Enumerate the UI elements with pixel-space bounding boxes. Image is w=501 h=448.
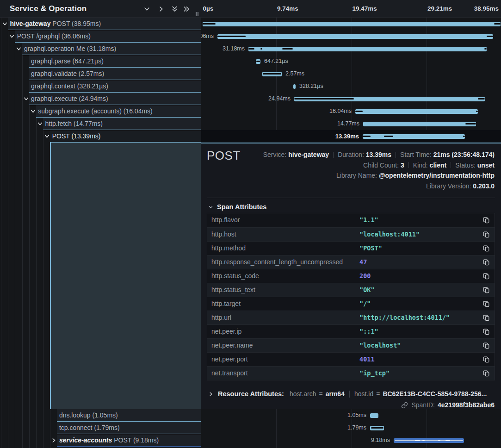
span-bar-row[interactable]: 9.18ms	[201, 434, 501, 447]
span-tree-row[interactable]: POST /graphql (36.06ms)	[0, 30, 201, 43]
resource-attributes-row[interactable]: Resource Attributes:host.arch=arm64host.…	[208, 389, 499, 399]
span-duration-bar[interactable]	[217, 34, 493, 39]
span-bar-row[interactable]: 24.94ms	[201, 93, 501, 105]
copy-icon[interactable]	[483, 328, 490, 336]
resource-equals: =	[319, 390, 322, 398]
span-bar-row[interactable]: 2.57ms	[201, 68, 501, 80]
span-detail-meta-line: Service: hive-gatewayDuration: 13.39msSt…	[235, 149, 495, 160]
span-duration-label: 31.18ms	[223, 43, 245, 55]
critical-path-segment	[248, 48, 254, 50]
span-operation-name: POST (9.18ms)	[114, 436, 159, 444]
copy-icon[interactable]	[483, 300, 490, 308]
copy-icon[interactable]	[483, 370, 490, 377]
span-tree-row[interactable]: subgraph.execute (accounts) (16.04ms)	[0, 105, 201, 118]
timeline-tick-label: 29.21ms	[427, 0, 452, 17]
span-tree-row[interactable]: http.fetch (14.77ms)	[0, 118, 201, 130]
span-operation-name: http.fetch (14.77ms)	[45, 120, 103, 127]
collapse-span-chevron-down-icon[interactable]	[2, 21, 8, 27]
copy-icon[interactable]	[483, 356, 490, 363]
span-attributes-toggle[interactable]: Span Attributes	[208, 202, 266, 212]
collapse-span-chevron-down-icon[interactable]	[37, 121, 43, 127]
copy-icon[interactable]	[483, 273, 490, 280]
copy-icon[interactable]	[483, 314, 490, 322]
resource-attributes-title: Resource Attributes:	[218, 390, 284, 398]
attribute-row: http.host"localhost:4011"	[207, 227, 495, 241]
attribute-key: http.status_text	[211, 283, 255, 297]
span-duration-bar[interactable]	[370, 413, 378, 418]
attribute-value: 4011	[359, 353, 375, 366]
span-duration-bar[interactable]	[203, 22, 501, 26]
span-tree-row[interactable]: graphql.execute (24.94ms)	[0, 93, 201, 105]
span-id-label: SpanID:	[411, 401, 435, 409]
span-duration-bar[interactable]	[363, 134, 465, 139]
span-tree-row[interactable]: POST (13.39ms)	[0, 130, 201, 143]
span-bar-row[interactable]: 38.95ms	[201, 18, 501, 30]
expand-one-icon[interactable]	[158, 6, 165, 12]
span-duration-label: 328.21µs	[299, 80, 323, 93]
span-detail-panel: POST Service: hive-gatewayDuration: 13.3…	[201, 143, 501, 409]
collapse-span-chevron-down-icon[interactable]	[44, 133, 50, 139]
critical-path-segment	[371, 427, 383, 429]
expand-span-chevron-right-icon[interactable]	[51, 437, 57, 443]
collapse-span-chevron-down-icon[interactable]	[30, 108, 36, 114]
critical-path-segment	[294, 98, 354, 100]
span-operation-name: POST (13.39ms)	[52, 132, 101, 140]
span-duration-bar[interactable]	[363, 122, 476, 126]
span-operation-name: POST /graphql (36.06ms)	[17, 32, 91, 40]
span-id-row: SpanID:4e21998f3b82abe6	[401, 400, 495, 410]
critical-path-segment	[478, 98, 485, 100]
span-tree-row[interactable]: tcp.connect (1.79ms)	[0, 422, 201, 434]
attribute-key: net.peer.ip	[211, 325, 241, 338]
timeline-tick-label: 19.47ms	[353, 0, 377, 17]
attribute-value: "1.1"	[359, 213, 378, 227]
attribute-value: "OK"	[359, 283, 375, 297]
link-icon[interactable]	[401, 402, 408, 409]
attribute-key: http.target	[211, 297, 241, 311]
tree-panel-header: Service & Operation	[0, 0, 201, 18]
expand-all-icon[interactable]	[183, 6, 190, 12]
copy-icon[interactable]	[483, 342, 490, 349]
span-operation-name: POST (38.95ms)	[52, 20, 101, 27]
span-bar-row[interactable]: 36.06ms	[201, 30, 501, 43]
collapse-all-icon[interactable]	[171, 6, 178, 12]
attribute-row: http.target"/"	[207, 297, 495, 311]
column-resize-grip[interactable]	[196, 12, 199, 16]
meta-separator	[333, 152, 334, 158]
collapse-one-icon[interactable]	[143, 6, 150, 12]
span-duration-bar[interactable]	[293, 84, 296, 89]
span-tree-row[interactable]: graphql.validate (2.57ms)	[0, 68, 201, 80]
span-tree-row[interactable]: hive-gateway POST (38.95ms)	[0, 18, 201, 30]
critical-path-segment	[445, 440, 450, 442]
collapse-span-chevron-down-icon[interactable]	[16, 46, 22, 52]
attribute-value: 47	[359, 255, 367, 269]
critical-path-segment	[384, 136, 393, 137]
span-bar-row[interactable]: 31.18ms	[201, 43, 501, 55]
meta-key: Library Name:	[336, 172, 379, 179]
span-bar-row[interactable]: 16.04ms	[201, 105, 501, 118]
span-tree-row[interactable]: graphql.operation Me (31.18ms)	[0, 43, 201, 55]
copy-icon[interactable]	[483, 286, 490, 294]
span-duration-bar[interactable]	[355, 109, 478, 114]
copy-icon[interactable]	[483, 245, 490, 252]
span-bar-row[interactable]: 1.79ms	[201, 422, 501, 434]
copy-icon[interactable]	[483, 217, 490, 224]
span-tree-row[interactable]: dns.lookup (1.05ms)	[0, 409, 201, 422]
span-row-label: graphql.validate (2.57ms)	[31, 68, 104, 80]
span-tree-row[interactable]: graphql.parse (647.21µs)	[0, 55, 201, 68]
span-bar-row[interactable]: 13.39ms	[201, 130, 501, 143]
selected-span-tree-filler	[50, 143, 201, 409]
span-bar-row[interactable]: 328.21µs	[201, 80, 501, 93]
span-tree-row[interactable]: service-accounts POST (9.18ms)	[0, 434, 201, 447]
attribute-value: "localhost:4011"	[359, 228, 420, 241]
copy-icon[interactable]	[483, 259, 490, 266]
span-bar-row[interactable]: 1.05ms	[201, 409, 501, 422]
span-tree-row[interactable]: graphql.context (328.21µs)	[0, 80, 201, 93]
span-bar-row[interactable]: 647.21µs	[201, 55, 501, 68]
meta-separator	[451, 162, 451, 168]
collapse-span-chevron-down-icon[interactable]	[23, 96, 29, 102]
span-operation-name: tcp.connect (1.79ms)	[59, 424, 120, 431]
span-bar-row[interactable]: 14.77ms	[201, 118, 501, 130]
collapse-span-chevron-down-icon[interactable]	[9, 33, 15, 39]
critical-path-segment	[415, 440, 420, 442]
copy-icon[interactable]	[483, 231, 490, 238]
